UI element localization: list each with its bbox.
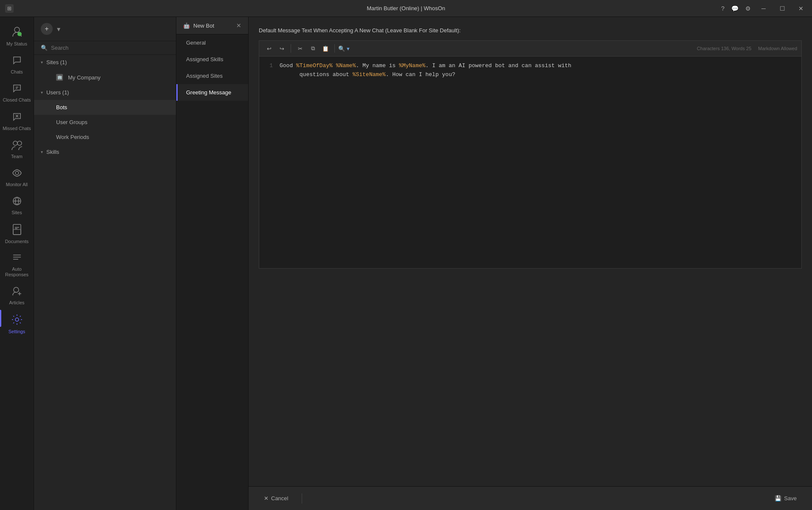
my-status-icon: [11, 26, 23, 40]
svg-point-1: [17, 32, 22, 36]
undo-button[interactable]: ↩: [263, 43, 274, 54]
tab-close-button[interactable]: ✕: [236, 22, 241, 29]
tree-item-my-company[interactable]: 🏢 My Company: [34, 70, 176, 85]
tree-group-skills[interactable]: ▾ Skills: [34, 144, 176, 159]
main-layout: My Status Chats Closed Chats: [0, 17, 812, 510]
svg-rect-7: [13, 230, 21, 235]
footer-divider: [302, 493, 302, 504]
header-chevron-icon[interactable]: ▾: [57, 25, 60, 33]
tree-label-my-company: My Company: [68, 74, 101, 81]
nav-item-missed-chats[interactable]: Missed Chats: [0, 108, 34, 136]
minimize-button[interactable]: ─: [758, 3, 770, 14]
redo-button[interactable]: ↪: [276, 43, 287, 54]
users-group-label: Users (1): [46, 89, 69, 96]
title-bar-left: ⊞: [5, 4, 14, 13]
save-icon: 💾: [775, 495, 781, 502]
nav-label-articles: Articles: [9, 300, 24, 306]
var-myname: %MyName%: [399, 62, 425, 69]
closed-chats-icon: [12, 83, 22, 96]
nav-label-sites: Sites: [11, 210, 22, 215]
nav-item-settings[interactable]: Settings: [0, 310, 34, 339]
skills-group-label: Skills: [46, 149, 59, 155]
monitor-all-icon: [12, 168, 22, 180]
tab-greeting-message[interactable]: Greeting Message: [176, 84, 248, 101]
editor-line-1: 1 Good %TimeOfDay% %Name%. My name is %M…: [266, 62, 795, 79]
far-left-nav: My Status Chats Closed Chats: [0, 17, 34, 510]
close-button[interactable]: ✕: [795, 3, 807, 14]
tree-label-user-groups: User Groups: [56, 119, 88, 125]
nav-label-missed-chats: Missed Chats: [3, 126, 31, 131]
svg-point-3: [17, 141, 22, 145]
chat-icon[interactable]: 💬: [731, 5, 738, 12]
articles-icon: [12, 286, 22, 298]
chats-icon: [12, 55, 22, 68]
svg-point-0: [14, 27, 20, 32]
sites-group-label: Sites (1): [46, 59, 67, 65]
nav-label-documents: Documents: [5, 239, 29, 244]
cancel-label: Cancel: [271, 495, 288, 502]
maximize-button[interactable]: ☐: [776, 3, 788, 14]
cut-button[interactable]: ✂: [294, 43, 306, 54]
add-button[interactable]: +: [41, 23, 53, 35]
cancel-button[interactable]: ✕ Cancel: [257, 492, 295, 505]
nav-item-chats[interactable]: Chats: [0, 51, 34, 79]
tree-item-user-groups[interactable]: User Groups: [34, 115, 176, 130]
search-dropdown-icon: 🔍: [338, 45, 345, 52]
nav-item-monitor-all[interactable]: Monitor All: [0, 164, 34, 192]
company-icon: 🏢: [56, 74, 63, 81]
dropdown-arrow-icon: ▾: [347, 45, 350, 52]
title-bar-controls: ? 💬 ⚙ ─ ☐ ✕: [721, 3, 807, 14]
nav-item-team[interactable]: Team: [0, 136, 34, 164]
search-dropdown[interactable]: 🔍 ▾: [338, 45, 350, 52]
copy-button[interactable]: ⧉: [307, 43, 318, 54]
save-button[interactable]: 💾 Save: [768, 492, 804, 505]
sites-icon: [12, 196, 22, 208]
settings-icon[interactable]: ⚙: [745, 5, 751, 12]
nav-item-sites[interactable]: Sites: [0, 192, 34, 220]
bot-icon: 🤖: [183, 23, 190, 29]
char-word-info: Characters 136, Words 25: [697, 46, 751, 51]
documents-icon: [12, 224, 22, 237]
sites-chevron-icon: ▾: [41, 60, 43, 65]
cancel-icon: ✕: [264, 495, 269, 502]
paste-button[interactable]: 📋: [320, 43, 331, 54]
line-content: Good %TimeOfDay% %Name%. My name is %MyN…: [280, 62, 795, 79]
text-help: . How can I help you?: [386, 71, 456, 78]
search-box: 🔍: [34, 41, 176, 55]
tab-header: 🤖 New Bot ✕: [176, 17, 248, 34]
nav-item-articles[interactable]: Articles: [0, 282, 34, 310]
left-panel: + ▾ 🔍 ▾ Sites (1) 🏢 My Company ▾ Users (…: [34, 17, 176, 510]
nav-item-my-status[interactable]: My Status: [0, 21, 34, 51]
window-title: Martin Butler (Online) | WhosOn: [367, 5, 445, 11]
main-content: Default Message Text When Accepting A Ne…: [249, 17, 812, 510]
middle-panel: 🤖 New Bot ✕ General Assigned Skills Assi…: [176, 17, 249, 510]
tab-assigned-sites[interactable]: Assigned Sites: [176, 68, 248, 84]
search-input[interactable]: [51, 45, 169, 51]
help-icon[interactable]: ?: [721, 5, 724, 12]
tree-group-users[interactable]: ▾ Users (1): [34, 85, 176, 100]
tree-label-bots: Bots: [56, 104, 67, 110]
editor-body[interactable]: 1 Good %TimeOfDay% %Name%. My name is %M…: [259, 56, 802, 269]
tree-section: ▾ Sites (1) 🏢 My Company ▾ Users (1) Bot…: [34, 55, 176, 159]
tab-general[interactable]: General: [176, 34, 248, 51]
tree-group-sites[interactable]: ▾ Sites (1): [34, 55, 176, 70]
missed-chats-icon: [12, 112, 22, 124]
tree-item-bots[interactable]: Bots: [34, 100, 176, 115]
settings-nav-icon: [11, 314, 23, 327]
users-chevron-icon: ▾: [41, 90, 43, 95]
svg-point-2: [13, 141, 17, 145]
nav-item-closed-chats[interactable]: Closed Chats: [0, 79, 34, 107]
save-label: Save: [784, 495, 797, 502]
text-prefix: Good: [280, 62, 296, 69]
tab-assigned-skills[interactable]: Assigned Skills: [176, 51, 248, 68]
nav-item-documents[interactable]: Documents: [0, 220, 34, 249]
auto-responses-icon: [12, 253, 22, 265]
svg-point-8: [14, 287, 19, 292]
nav-item-auto-responses[interactable]: Auto Responses: [0, 249, 34, 282]
tree-item-work-periods[interactable]: Work Periods: [34, 130, 176, 144]
svg-point-9: [15, 318, 19, 321]
left-panel-header: + ▾: [34, 17, 176, 41]
var-name: %Name%: [336, 62, 356, 69]
content-title: Default Message Text When Accepting A Ne…: [259, 27, 802, 34]
line-number: 1: [266, 62, 273, 79]
